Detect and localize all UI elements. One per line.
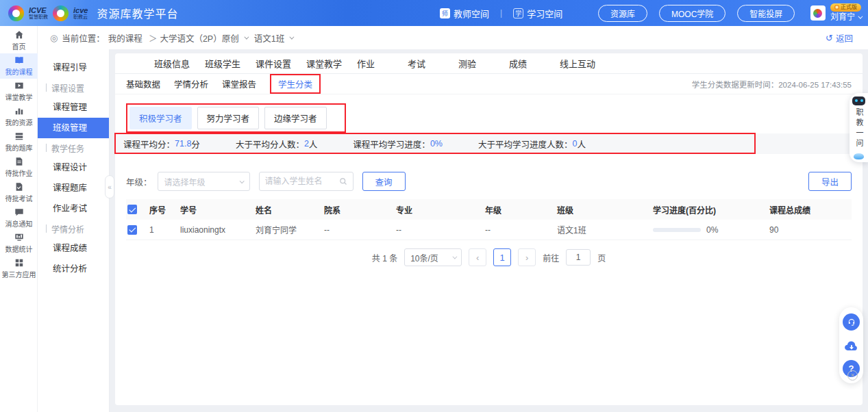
menu-class-management[interactable]: 班级管理 xyxy=(38,118,109,138)
user-avatar[interactable] xyxy=(810,5,826,21)
breadcrumb: ◎ 当前位置： 我的课程 ＞ 大学语文（2P）原创 语文1班 ↺ 返回 xyxy=(38,26,868,49)
learning-space-tab[interactable]: 学 学习空间 xyxy=(513,7,562,20)
support-button[interactable] xyxy=(843,313,860,331)
zjy-logo-subtext: 职教云 xyxy=(73,14,88,19)
bar-columns-icon xyxy=(14,106,24,116)
sidebar-item-my-courses[interactable]: 我的课程 xyxy=(0,53,38,79)
current-page-button[interactable]: 1 xyxy=(493,248,511,266)
menu-collapse-handle[interactable]: « xyxy=(105,175,114,198)
smart-screen-button[interactable]: 智能投屏 xyxy=(737,5,795,22)
menu-section-teaching-tasks: 教学任务 xyxy=(38,138,109,157)
chevron-down-icon[interactable] xyxy=(290,34,295,39)
sidebar-item-pending-homework[interactable]: 待批作业 xyxy=(0,155,38,180)
subtab-student-classification[interactable]: 学生分类 xyxy=(278,77,312,90)
learner-tab-marginal[interactable]: 边缘学习者 xyxy=(264,107,327,129)
tab-grades[interactable]: 成绩 xyxy=(509,57,560,70)
stack-icon xyxy=(14,131,24,141)
menu-course-guide[interactable]: 课程引导 xyxy=(38,57,109,78)
teacher-space-icon: 师 xyxy=(440,8,450,18)
menu-section-course-settings: 课程设置 xyxy=(38,78,109,97)
subtab-class-report[interactable]: 课堂报告 xyxy=(222,77,256,90)
goto-label: 前往 xyxy=(543,252,559,263)
sidebar-item-my-resources[interactable]: 我的资源 xyxy=(0,104,38,129)
col-major: 专业 xyxy=(396,204,485,216)
cell-seq: 1 xyxy=(149,225,180,235)
cell-name: 刘育宁同学 xyxy=(256,224,324,235)
tab-classroom-teaching[interactable]: 课堂教学 xyxy=(306,57,357,70)
menu-statistical-analysis[interactable]: 统计分析 xyxy=(38,259,109,279)
nav-separator: | xyxy=(500,8,502,18)
tab-courseware-settings[interactable]: 课件设置 xyxy=(256,57,306,70)
query-button[interactable]: 查询 xyxy=(362,172,406,191)
menu-course-grades[interactable]: 课程成绩 xyxy=(38,238,109,259)
student-name-search xyxy=(259,172,354,191)
menu-homework-exam[interactable]: 作业考试 xyxy=(38,198,109,219)
user-area: 正式版 刘育宁 xyxy=(810,0,861,26)
resource-library-button[interactable]: 资源库 xyxy=(598,5,647,22)
subtab-learning-analysis[interactable]: 学情分析 xyxy=(174,77,208,90)
chevron-down-icon[interactable] xyxy=(244,34,249,39)
tab-quiz[interactable]: 测验 xyxy=(458,57,509,70)
close-toolbar-button[interactable]: ✕ xyxy=(847,370,858,381)
tab-class-info[interactable]: 班级信息 xyxy=(154,57,205,70)
tab-exam[interactable]: 考试 xyxy=(408,57,458,70)
user-name-menu[interactable]: 刘育宁 xyxy=(830,12,861,23)
row-checkbox[interactable] xyxy=(127,225,137,235)
select-all-checkbox[interactable] xyxy=(127,205,137,214)
headset-icon xyxy=(847,318,856,327)
sidebar-item-notifications[interactable]: 消息通知 xyxy=(0,205,38,231)
document-check-icon xyxy=(14,182,24,192)
ai-assistant-widget[interactable]: 职教一问 xyxy=(850,93,868,162)
col-student-id: 学号 xyxy=(180,204,256,216)
menu-course-question-bank[interactable]: 课程题库 xyxy=(38,178,109,198)
learner-tab-active[interactable]: 积极学习者 xyxy=(129,107,192,129)
cloud-download-icon xyxy=(844,339,859,352)
col-seq: 序号 xyxy=(149,204,180,216)
menu-course-design[interactable]: 课程设计 xyxy=(38,157,109,178)
next-page-button[interactable]: › xyxy=(518,248,536,266)
breadcrumb-class-select[interactable]: 语文1班 xyxy=(254,31,284,44)
app-title: 资源库教学平台 xyxy=(97,5,178,21)
download-button[interactable] xyxy=(843,337,860,354)
sidebar-item-home[interactable]: 首页 xyxy=(0,28,38,53)
chevron-down-icon xyxy=(453,254,458,259)
cell-class: 语文1班 xyxy=(557,224,653,235)
search-icon xyxy=(339,177,347,185)
goto-unit: 页 xyxy=(597,252,606,263)
export-button[interactable]: 导出 xyxy=(808,172,852,191)
sidebar-item-data-statistics[interactable]: 数据统计 xyxy=(0,231,38,256)
header-quick-links: 资源库 MOOC学院 智能投屏 xyxy=(598,0,795,26)
grade-select[interactable]: 请选择年级 xyxy=(158,172,250,191)
sidebar-item-pending-exams[interactable]: 待批考试 xyxy=(0,180,38,205)
breadcrumb-separator: ＞ xyxy=(149,31,158,44)
analysis-subtabs: 基础数据 学情分析 课堂报告 学生分类 学生分类数据更新时间：2024-06-2… xyxy=(115,74,863,94)
teacher-space-tab[interactable]: 师 教师空间 xyxy=(440,7,489,20)
learner-tab-hardworking[interactable]: 努力学习者 xyxy=(197,107,260,129)
back-button[interactable]: ↺ 返回 xyxy=(826,31,853,44)
app-grid-icon xyxy=(14,258,24,268)
cell-grade: -- xyxy=(485,225,557,235)
icon-rail: 首页 我的课程 课堂教学 我的资源 我的题库 待批作业 待批考试 消息通知 数据… xyxy=(0,26,38,412)
tab-online-interaction[interactable]: 线上互动 xyxy=(560,57,610,70)
main-content-card: 班级信息 班级学生 课件设置 课堂教学 作业 考试 测验 成绩 线上互动 基础数… xyxy=(115,53,863,405)
menu-course-management[interactable]: 课程管理 xyxy=(38,97,109,118)
goto-page-input[interactable] xyxy=(566,249,591,266)
subtab-basic-data[interactable]: 基础数据 xyxy=(126,77,160,90)
col-class: 班级 xyxy=(557,204,653,216)
progress-bar xyxy=(653,228,701,232)
student-name-input[interactable] xyxy=(265,177,339,186)
sidebar-item-my-question-bank[interactable]: 我的题库 xyxy=(0,129,38,155)
mooc-college-button[interactable]: MOOC学院 xyxy=(659,5,726,22)
menu-section-learning-analysis: 学情分析 xyxy=(38,219,109,238)
prev-page-button[interactable]: ‹ xyxy=(469,248,486,266)
tab-homework[interactable]: 作业 xyxy=(357,57,408,70)
breadcrumb-course-select[interactable]: 大学语文（2P）原创 xyxy=(160,31,238,44)
page-size-select[interactable]: 10条/页 xyxy=(404,248,462,266)
sidebar-item-classroom-teaching[interactable]: 课堂教学 xyxy=(0,79,38,104)
tab-class-students[interactable]: 班级学生 xyxy=(205,57,256,70)
col-grade: 年级 xyxy=(485,204,557,216)
sidebar-item-third-party-apps[interactable]: 第三方应用 xyxy=(0,256,38,281)
breadcrumb-my-courses[interactable]: 我的课程 xyxy=(108,31,142,44)
cell-department: -- xyxy=(324,225,396,235)
col-name: 姓名 xyxy=(256,204,324,216)
